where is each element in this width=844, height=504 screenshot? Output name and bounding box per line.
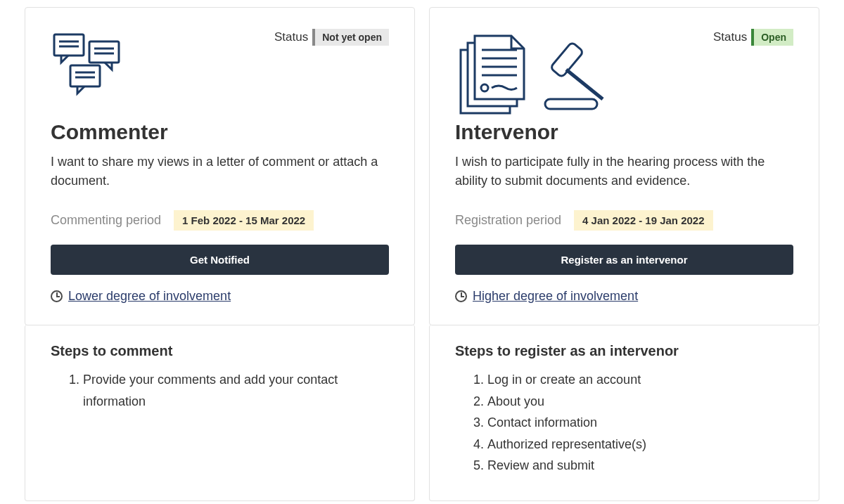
- list-item: About you: [487, 391, 793, 413]
- status-badge-wrap: Status Open: [713, 29, 793, 46]
- status-label: Status: [274, 30, 308, 44]
- svg-rect-16: [545, 99, 597, 109]
- register-intervenor-button[interactable]: Register as an intervenor: [455, 245, 793, 275]
- svg-rect-6: [70, 65, 100, 86]
- get-notified-button[interactable]: Get Notified: [51, 245, 389, 275]
- list-item: Contact information: [487, 412, 793, 434]
- intervenor-status-badge: Open: [751, 29, 793, 46]
- intervenor-card: Status Open: [429, 7, 819, 325]
- intervenor-steps-list: Log in or create an accountAbout youCont…: [455, 369, 793, 477]
- intervenor-title: Intervenor: [455, 120, 793, 144]
- svg-rect-0: [54, 34, 84, 56]
- commenter-period-label: Commenting period: [51, 213, 161, 228]
- list-item: Provide your comments and add your conta…: [83, 369, 389, 412]
- intervenor-steps-title: Steps to register as an intervenor: [455, 343, 793, 359]
- intervenor-involvement-link[interactable]: Higher degree of involvement: [473, 289, 638, 304]
- list-item: Review and submit: [487, 455, 793, 477]
- intervenor-description: I wish to participate fully in the heari…: [455, 153, 793, 190]
- commenter-involvement-link[interactable]: Lower degree of involvement: [68, 289, 231, 304]
- svg-line-15: [566, 70, 603, 99]
- list-item: Authorized representative(s): [487, 434, 793, 455]
- status-badge-wrap: Status Not yet open: [274, 29, 389, 46]
- svg-rect-3: [89, 41, 119, 63]
- intervenor-period-range: 4 Jan 2022 - 19 Jan 2022: [574, 210, 712, 231]
- commenter-card: Status Not yet open: [25, 7, 415, 325]
- commenter-steps-list: Provide your comments and add your conta…: [51, 369, 389, 412]
- clock-icon: [455, 290, 467, 302]
- commenter-steps-card: Steps to comment Provide your comments a…: [25, 325, 415, 501]
- list-item: Log in or create an account: [487, 369, 793, 391]
- clock-icon: [51, 290, 63, 302]
- commenter-status-badge: Not yet open: [312, 29, 389, 46]
- status-label: Status: [713, 30, 747, 44]
- commenter-title: Commenter: [51, 120, 389, 144]
- commenter-period-range: 1 Feb 2022 - 15 Mar 2022: [174, 210, 314, 231]
- intervenor-period-label: Registration period: [455, 213, 561, 228]
- intervenor-steps-card: Steps to register as an intervenor Log i…: [429, 325, 819, 501]
- commenter-steps-title: Steps to comment: [51, 343, 389, 359]
- commenter-description: I want to share my views in a letter of …: [51, 153, 389, 190]
